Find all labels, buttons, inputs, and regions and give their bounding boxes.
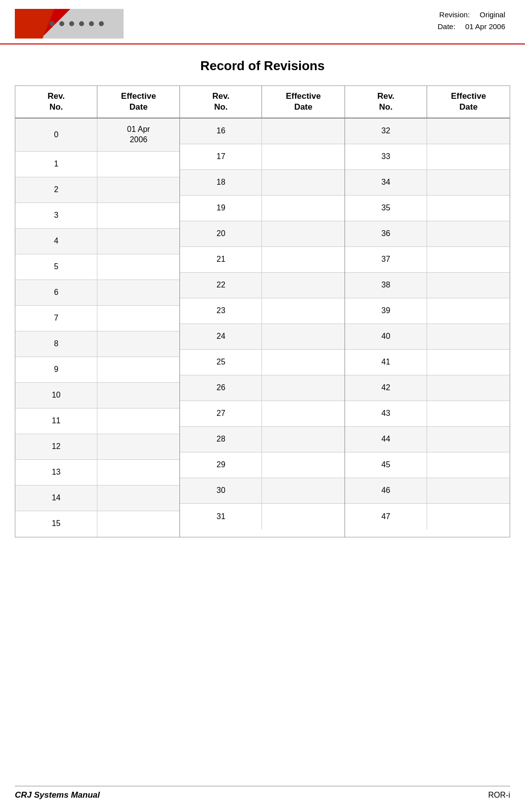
table-row: 17 [180,144,344,170]
effective-date-cell [97,511,179,537]
table-row: 47 [345,504,510,529]
table-row: 40 [345,324,510,350]
effective-date-cell [262,196,344,221]
table-row: 5 [15,254,179,280]
table-row: 26 [180,375,344,401]
table-row: 8 [15,331,179,357]
rev-number-cell: 26 [180,375,262,401]
logo [15,9,124,39]
rev-number-cell: 13 [15,460,97,485]
rev-number-cell: 17 [180,144,262,169]
effective-date-cell [427,196,510,221]
table-row: 43 [345,401,510,427]
page-title: Record of Revisions [0,58,525,74]
effective-date-cell [427,170,510,195]
table-row: 24 [180,324,344,350]
rev-number-cell: 31 [180,504,262,529]
effective-date-cell [262,375,344,401]
table-row: 33 [345,144,510,170]
table-row: 46 [345,478,510,504]
effective-date-cell [262,350,344,375]
effective-date-cell [97,229,179,254]
effective-date-cell [97,203,179,228]
effective-date-cell [262,119,344,144]
effective-date-cell [427,298,510,324]
rev-number-cell: 8 [15,331,97,357]
rev-number-cell: 18 [180,170,262,195]
logo-dot-1 [49,21,54,26]
table-row: 4 [15,229,179,254]
table-row: 25 [180,350,344,375]
rev-number-cell: 20 [180,221,262,246]
date-value: 01 Apr 2006 [465,21,505,33]
col-header-date-2: EffectiveDate [427,86,510,118]
col-header-date-1: EffectiveDate [262,86,344,118]
logo-dot-3 [69,21,74,26]
date-row: Date: 01 Apr 2006 [438,21,505,33]
table-row: 36 [345,221,510,247]
table-row: 34 [345,170,510,196]
rev-number-cell: 43 [345,401,428,426]
logo-red-section [15,9,54,39]
rev-number-cell: 24 [180,324,262,349]
effective-date-cell [97,383,179,408]
table-row: 39 [345,298,510,324]
effective-date-cell [427,119,510,144]
effective-date-cell [427,273,510,298]
rev-number-cell: 32 [345,119,428,144]
table-row: 001 Apr2006 [15,119,179,152]
table-row: 29 [180,452,344,478]
effective-date-cell [262,298,344,324]
table-row: 27 [180,401,344,427]
table-row: 3 [15,203,179,229]
column-section-0: Rev.No.EffectiveDate001 Apr2006123456789… [15,86,180,537]
column-section-1: Rev.No.EffectiveDate16171819202122232425… [180,86,345,537]
effective-date-cell [97,280,179,305]
effective-date-cell [427,247,510,272]
logo-dot-6 [99,21,104,26]
page-footer: CRJ Systems Manual ROR-i [15,786,510,800]
effective-date-cell [427,427,510,452]
header-info: Revision: Original Date: 01 Apr 2006 [438,9,505,33]
rev-number-cell: 9 [15,357,97,382]
footer-page-ref: ROR-i [488,791,510,800]
col-header-1: Rev.No.EffectiveDate [180,86,344,119]
page-header: Revision: Original Date: 01 Apr 2006 [0,0,525,44]
table-row: 35 [345,196,510,221]
effective-date-cell [427,350,510,375]
col-header-0: Rev.No.EffectiveDate [15,86,179,119]
effective-date-cell [262,324,344,349]
table-row: 37 [345,247,510,273]
rev-number-cell: 40 [345,324,428,349]
effective-date-cell [262,273,344,298]
logo-dots [49,21,104,26]
rev-number-cell: 16 [180,119,262,144]
rev-number-cell: 34 [345,170,428,195]
rev-number-cell: 11 [15,408,97,434]
effective-date-cell [427,504,510,529]
effective-date-cell [97,254,179,280]
effective-date-cell [97,357,179,382]
effective-date-cell [427,221,510,246]
rev-number-cell: 10 [15,383,97,408]
table-grid: Rev.No.EffectiveDate001 Apr2006123456789… [15,86,510,537]
rev-number-cell: 37 [345,247,428,272]
logo-area [15,9,124,39]
effective-date-cell [262,427,344,452]
table-row: 22 [180,273,344,298]
revision-value: Original [480,9,505,21]
table-row: 45 [345,452,510,478]
revision-row: Revision: Original [438,9,505,21]
effective-date-cell [262,221,344,246]
table-row: 28 [180,427,344,452]
effective-date-cell [97,486,179,511]
table-row: 14 [15,486,179,511]
table-row: 38 [345,273,510,298]
table-row: 16 [180,119,344,144]
rev-number-cell: 25 [180,350,262,375]
table-row: 19 [180,196,344,221]
logo-dot-4 [79,21,84,26]
table-row: 1 [15,152,179,177]
effective-date-cell [427,478,510,503]
effective-date-cell [97,408,179,434]
